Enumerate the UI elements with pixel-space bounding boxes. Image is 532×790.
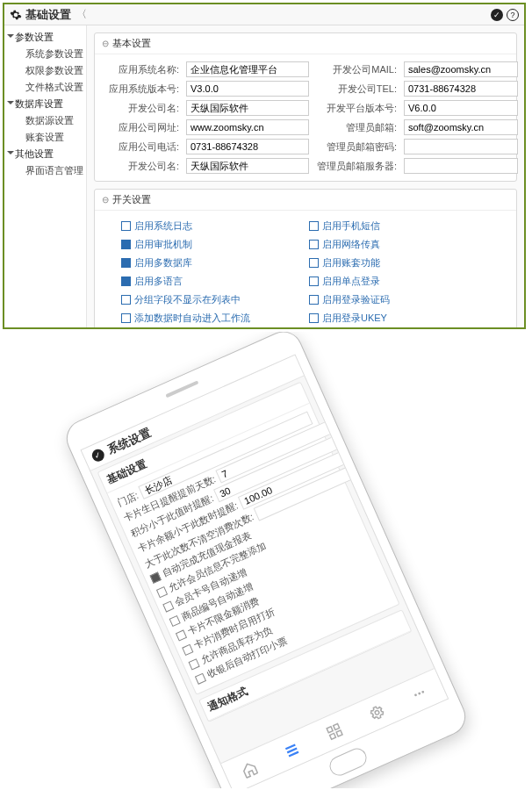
svg-line-1: [287, 748, 297, 752]
checkbox-icon[interactable]: [309, 313, 319, 323]
switch-item[interactable]: 分组字段不显示在列表中: [121, 293, 302, 306]
checkbox-icon[interactable]: [121, 295, 131, 305]
switch-item[interactable]: 启用账套功能: [309, 256, 490, 269]
switch-item[interactable]: 启用审批机制: [121, 238, 302, 251]
switch-label: 启用单点登录: [322, 275, 380, 288]
main-content: 基本设置 应用系统名称: 开发公司MAIL: 应用系统版本号: 开发公司TEL:…: [87, 25, 524, 327]
phone-confirm-icon[interactable]: ✓: [90, 447, 105, 463]
switch-item[interactable]: 启用多数据库: [121, 256, 302, 269]
checkbox-icon[interactable]: [121, 240, 131, 249]
desktop-window: 基础设置 〈 ✓ ? 参数设置 系统参数设置 权限参数设置 文件格式设置 数据库…: [3, 3, 526, 329]
switch-item[interactable]: 启用系统日志: [121, 219, 302, 233]
label: 管理员邮箱服务器:: [313, 160, 400, 173]
label: 开发公司名:: [105, 160, 183, 173]
switch-item[interactable]: 添加数据时自动进入工作流: [121, 312, 302, 325]
admin-mail-pwd-input[interactable]: [404, 139, 518, 154]
chevron-left-icon[interactable]: 〈: [76, 7, 87, 22]
label: 管理员邮箱密码:: [313, 140, 400, 154]
switch-label: 添加数据时自动进入工作流: [134, 312, 250, 325]
checkbox-icon[interactable]: [309, 258, 319, 268]
platform-version-input[interactable]: [404, 100, 518, 116]
checkbox-icon[interactable]: [195, 672, 206, 684]
sidebar-item-sys-param[interactable]: 系统参数设置: [4, 46, 86, 62]
sidebar-item-ui-lang[interactable]: 界面语言管理: [4, 162, 86, 179]
checkbox-icon[interactable]: [182, 643, 193, 655]
dev-company-input[interactable]: [186, 100, 309, 116]
checkbox-icon[interactable]: [309, 295, 319, 305]
app-version-input[interactable]: [186, 81, 309, 97]
help-icon[interactable]: ?: [507, 9, 519, 21]
checkbox-icon[interactable]: [309, 240, 319, 249]
gear-icon: [10, 9, 22, 21]
admin-smtp-input[interactable]: [404, 158, 518, 174]
dev-tel-input[interactable]: [404, 81, 518, 97]
sidebar: 参数设置 系统参数设置 权限参数设置 文件格式设置 数据库设置 数据源设置 账套…: [4, 25, 87, 327]
checkbox-icon[interactable]: [121, 221, 131, 231]
dev-mail-input[interactable]: [404, 61, 518, 77]
app-url-input[interactable]: [186, 119, 309, 135]
checkbox-icon[interactable]: [149, 571, 161, 583]
switch-label: 启用审批机制: [134, 238, 192, 251]
switch-label: 启用网络传真: [322, 238, 380, 251]
app-name-input[interactable]: [186, 61, 309, 77]
svg-rect-6: [336, 730, 342, 736]
switch-label: 启用登录UKEY: [322, 312, 387, 325]
checkbox-icon[interactable]: [162, 600, 174, 612]
sidebar-item-perm-param[interactable]: 权限参数设置: [4, 62, 86, 79]
checkbox-icon[interactable]: [121, 276, 131, 286]
svg-rect-4: [334, 723, 340, 729]
checkbox-icon[interactable]: [309, 276, 319, 286]
label: 应用系统名称:: [105, 63, 183, 76]
svg-rect-5: [329, 733, 335, 739]
phone-zone: ✓ 系统设置 基础设置 门店:卡片生日提醒提前天数:积分小于此值时提醒:卡片余额…: [0, 332, 532, 788]
label: 开发平台版本号:: [313, 102, 400, 115]
label: 开发公司TEL:: [313, 83, 400, 96]
switch-label: 启用账套功能: [322, 256, 380, 269]
dev-company-input-2[interactable]: [186, 158, 309, 174]
sidebar-item-file-fmt[interactable]: 文件格式设置: [4, 79, 86, 96]
svg-line-2: [289, 751, 298, 756]
svg-rect-3: [327, 726, 333, 732]
sidebar-group-db[interactable]: 数据库设置: [4, 96, 86, 112]
switch-label: 启用系统日志: [134, 219, 192, 233]
panel-switch: 开关设置 启用系统日志启用手机短信启用审批机制启用网络传真启用多数据库启用账套功…: [94, 189, 517, 327]
checkbox-icon[interactable]: [121, 258, 131, 268]
checkbox-icon[interactable]: [121, 313, 131, 323]
switch-label: 分组字段不显示在列表中: [134, 293, 241, 306]
phone-screen: ✓ 系统设置 基础设置 门店:卡片生日提醒提前天数:积分小于此值时提醒:卡片余额…: [81, 354, 449, 788]
checkbox-icon[interactable]: [156, 586, 168, 598]
label: 应用系统版本号:: [105, 83, 183, 96]
svg-line-0: [285, 744, 295, 749]
svg-point-7: [375, 709, 380, 715]
sidebar-group-params[interactable]: 参数设置: [4, 29, 86, 46]
switch-label: 启用登录验证码: [322, 293, 390, 306]
panel-switch-title: 开关设置: [95, 190, 516, 211]
sidebar-group-other[interactable]: 其他设置: [4, 146, 86, 162]
checkbox-icon[interactable]: [176, 629, 187, 641]
switch-item[interactable]: 启用多语言: [121, 275, 302, 288]
checkbox-icon[interactable]: [188, 658, 199, 670]
checkbox-icon[interactable]: [309, 221, 319, 231]
window-titlebar: 基础设置 〈 ✓ ?: [4, 4, 524, 25]
switch-item[interactable]: 启用单点登录: [309, 275, 490, 288]
phone-speaker: [165, 380, 198, 398]
switch-label: 启用多数据库: [134, 256, 192, 269]
phone-shell: ✓ 系统设置 基础设置 门店:卡片生日提醒提前天数:积分小于此值时提醒:卡片余额…: [61, 332, 471, 788]
sidebar-item-datasource[interactable]: 数据源设置: [4, 112, 86, 129]
panel-basic: 基本设置 应用系统名称: 开发公司MAIL: 应用系统版本号: 开发公司TEL:…: [94, 32, 517, 182]
admin-mail-input[interactable]: [404, 119, 518, 135]
app-tel-input[interactable]: [186, 139, 309, 154]
switch-item[interactable]: 启用手机短信: [309, 219, 490, 233]
checkbox-icon[interactable]: [169, 614, 180, 626]
switch-item[interactable]: 启用登录UKEY: [309, 312, 490, 325]
switch-label: 启用手机短信: [322, 219, 380, 233]
label: 管理员邮箱:: [313, 121, 400, 134]
switch-item[interactable]: 启用网络传真: [309, 238, 490, 251]
label: 应用公司网址:: [105, 121, 183, 134]
label: 应用公司电话:: [105, 140, 183, 154]
label: 开发公司MAIL:: [313, 63, 400, 76]
confirm-icon[interactable]: ✓: [491, 9, 503, 21]
panel-basic-title: 基本设置: [95, 33, 516, 54]
sidebar-item-ledger[interactable]: 账套设置: [4, 129, 86, 146]
switch-item[interactable]: 启用登录验证码: [309, 293, 490, 306]
